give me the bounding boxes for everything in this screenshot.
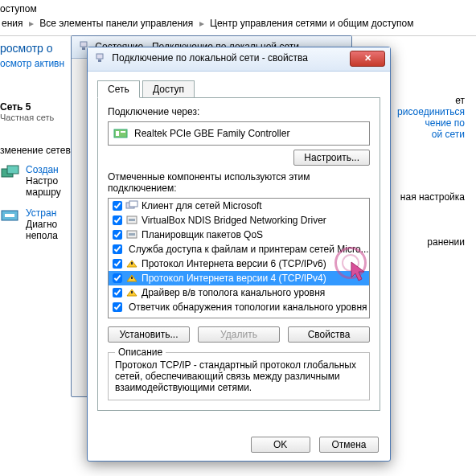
svg-rect-6 (96, 54, 103, 59)
right-panel-partial: ет рисоединиться чение по ой сети ная на… (397, 95, 465, 248)
remove-button: Удалить (198, 326, 280, 343)
svg-rect-16 (129, 233, 135, 236)
properties-button[interactable]: Свойства (288, 326, 370, 343)
list-item[interactable]: Служба доступа к файлам и принтерам сете… (109, 242, 369, 256)
cancel-button[interactable]: Отмена (319, 437, 379, 453)
svg-rect-20 (131, 277, 133, 279)
description-group: Описание Протокол TCP/IP - стандартный п… (108, 352, 370, 400)
item-checkbox[interactable] (113, 215, 122, 225)
item-label: Протокол Интернета версии 4 (TCP/IPv4) (142, 273, 326, 284)
page-heading-partial: росмотр о (0, 42, 53, 55)
svg-rect-5 (82, 47, 85, 50)
item-label: Служба доступа к файлам и принтерам сете… (129, 244, 369, 255)
network-icon (94, 52, 105, 64)
ok-button[interactable]: OK (251, 437, 310, 453)
troubleshoot-icon (0, 207, 23, 225)
item-checkbox[interactable] (113, 244, 122, 254)
titlebar[interactable]: Подключение по локальной сети - свойства… (88, 47, 390, 72)
service-icon (125, 229, 138, 240)
svg-rect-9 (116, 131, 119, 136)
svg-rect-4 (80, 42, 87, 47)
chevron-right-icon: ▸ (199, 18, 204, 29)
new-connection-icon (0, 164, 23, 182)
protocol-icon (125, 287, 138, 298)
breadcrumb-item[interactable]: Все элементы панели управления (39, 18, 193, 29)
troubleshoot-link[interactable]: Устран (26, 207, 56, 219)
protocol-icon (125, 258, 138, 269)
svg-rect-3 (5, 214, 14, 217)
description-text: Настро (26, 175, 58, 187)
list-item[interactable]: Протокол Интернета версии 6 (TCP/IPv6) (109, 256, 369, 271)
description-text: непола (26, 230, 58, 241)
item-label: Драйвер в/в тополога канального уровня (142, 287, 325, 298)
close-button[interactable]: ✕ (350, 51, 385, 67)
install-button[interactable]: Установить... (108, 326, 190, 343)
svg-rect-14 (129, 219, 135, 221)
configure-button[interactable]: Настроить... (293, 150, 370, 166)
components-label: Отмеченные компоненты используются этим … (108, 171, 370, 194)
description-legend: Описание (115, 347, 166, 358)
item-label: VirtualBox NDIS Bridged Networking Drive… (142, 215, 326, 226)
item-checkbox[interactable] (113, 230, 122, 240)
components-list[interactable]: Клиент для сетей Microsoft VirtualBox ND… (108, 198, 370, 318)
svg-rect-12 (129, 201, 137, 207)
tab-network[interactable]: Сеть (97, 80, 140, 98)
svg-rect-21 (131, 291, 133, 293)
list-item[interactable]: Клиент для сетей Microsoft (109, 199, 369, 213)
item-label: Планировщик пакетов QoS (142, 229, 263, 240)
client-icon (125, 200, 138, 211)
item-checkbox[interactable] (113, 259, 122, 269)
item-label: Протокол Интернета версии 6 (TCP/IPv6) (142, 258, 326, 269)
close-icon: ✕ (364, 53, 371, 63)
adapter-field[interactable]: Realtek PCIe GBE Family Controller (108, 121, 370, 146)
list-item[interactable]: Драйвер в/в тополога канального уровня (109, 285, 369, 300)
breadcrumb: ения ▸ Все элементы панели управления ▸ … (0, 11, 476, 36)
breadcrumb-item[interactable]: ения (2, 18, 23, 29)
item-label: Клиент для сетей Microsoft (142, 200, 262, 211)
svg-rect-7 (98, 60, 101, 62)
list-item[interactable]: Ответчик обнаружения топологии канальног… (109, 300, 369, 314)
list-item[interactable]: Планировщик пакетов QoS (109, 228, 369, 242)
description-text: Диагно (26, 219, 57, 230)
create-connection-link[interactable]: Создан (26, 164, 59, 175)
connect-via-label: Подключение через: (108, 106, 370, 117)
chevron-right-icon: ▸ (29, 18, 34, 29)
dialog-title: Подключение по локальной сети - свойства (112, 52, 308, 64)
list-item[interactable]: VirtualBox NDIS Bridged Networking Drive… (109, 213, 369, 228)
description-text: Протокол TCP/IP - стандартный протокол г… (115, 359, 356, 393)
item-checkbox[interactable] (113, 288, 122, 298)
item-checkbox[interactable] (113, 302, 122, 312)
svg-rect-1 (7, 166, 18, 174)
item-label: Ответчик обнаружения топологии канальног… (129, 302, 367, 313)
properties-dialog: Подключение по локальной сети - свойства… (87, 47, 391, 462)
window-title-partial: оступом (0, 0, 37, 14)
svg-rect-10 (121, 131, 125, 133)
adapter-icon (113, 126, 129, 141)
list-item-selected[interactable]: Протокол Интернета версии 4 (TCP/IPv4) (109, 271, 369, 285)
adapter-name: Realtek PCIe GBE Family Controller (134, 128, 289, 139)
tab-access[interactable]: Доступ (142, 80, 195, 97)
service-icon (125, 215, 138, 226)
breadcrumb-item[interactable]: Центр управления сетями и общим доступом (210, 18, 414, 29)
item-checkbox[interactable] (113, 273, 122, 283)
description-text: маршру (26, 187, 61, 198)
item-checkbox[interactable] (113, 201, 122, 211)
svg-rect-19 (131, 262, 133, 265)
protocol-icon (125, 273, 138, 284)
